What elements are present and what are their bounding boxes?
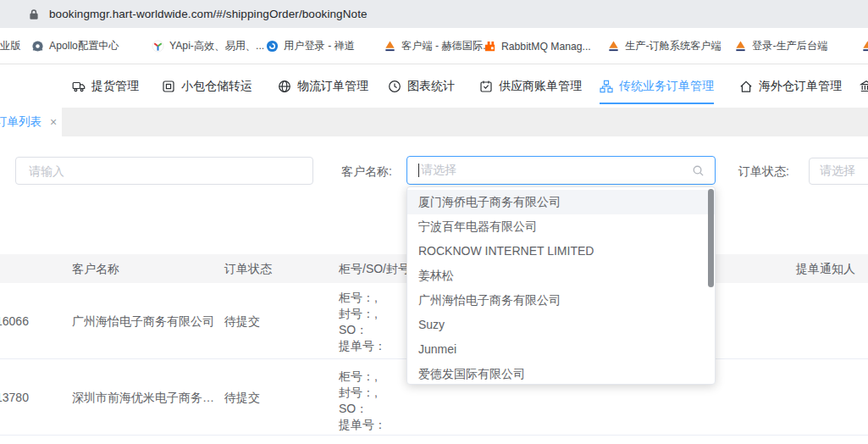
- nav-item-label: 图表统计: [407, 79, 455, 94]
- tab-label: 订单列表: [0, 114, 41, 130]
- container-no-line: 柜号：,: [339, 369, 386, 385]
- bookmark-item[interactable]: 登录-生产后台端: [733, 39, 827, 53]
- customer-name-label: 客户名称:: [341, 164, 392, 180]
- hart-favicon-icon: [383, 40, 396, 53]
- cell-customer: 广州海怡电子商务有限公司: [72, 314, 214, 330]
- so-line: SO：: [339, 322, 386, 338]
- search-icon: [692, 164, 705, 180]
- tab-order-list[interactable]: 订单列表 ×: [0, 108, 62, 136]
- bookmark-label: 生产-订舱系统客户端: [625, 39, 721, 53]
- cell-order-no: 13780: [0, 391, 29, 404]
- text-caret: [418, 164, 419, 177]
- bookmark-item[interactable]: Apollo配置中心: [30, 39, 119, 53]
- nav-item-label: 海外仓订单管理: [759, 79, 842, 94]
- app-window: bookingmgr.hart-worldwide.com/#/shipping…: [0, 0, 868, 444]
- dropdown-option[interactable]: Suzy: [407, 313, 715, 337]
- hart-favicon-icon: [860, 40, 868, 53]
- nav-item-chart-stats[interactable]: 图表统计: [388, 76, 455, 97]
- nav-item-parcel-warehouse[interactable]: 小包仓储转运: [162, 76, 252, 97]
- zentao-favicon-icon: [265, 40, 279, 53]
- cell-order-no: 16066: [0, 314, 29, 328]
- home-icon: [739, 80, 753, 93]
- bookmark-label: 用户登录 - 禅道: [284, 39, 355, 53]
- close-icon[interactable]: ×: [50, 116, 57, 128]
- nav-item-supplier-bills[interactable]: 供应商账单管理: [479, 76, 582, 97]
- orgchart-icon: [600, 80, 613, 93]
- order-status-select[interactable]: 请选择: [809, 158, 868, 185]
- nav-item-label: 物流订单管理: [297, 79, 368, 94]
- nav-item-logistics-orders[interactable]: 物流订单管理: [278, 76, 368, 97]
- hart-favicon-icon: [733, 40, 747, 53]
- bookmark-label: YApi-高效、易用、...: [169, 39, 264, 53]
- keyword-search-input[interactable]: [15, 157, 313, 185]
- header-status: 订单状态: [224, 262, 272, 277]
- lock-icon: [29, 8, 39, 20]
- clock-icon: [388, 80, 401, 93]
- cell-customer: 深圳市前海优米电子商务有...: [72, 391, 218, 406]
- bookmark-label: RabbitMQ Manag...: [501, 41, 591, 53]
- nav-item-overseas-warehouse[interactable]: 海外仓订单管理: [739, 76, 842, 97]
- dropdown-option[interactable]: Junmei: [407, 337, 715, 362]
- seal-no-line: 封号：,: [339, 385, 386, 401]
- customer-select-placeholder: 请选择: [421, 163, 456, 178]
- globe-icon: [278, 80, 291, 93]
- customer-select[interactable]: 请选择: [406, 156, 716, 185]
- cell-container-info: 柜号：, 封号：, SO： 提单号：: [339, 290, 386, 354]
- bookmark-item[interactable]: 用户登录 - 禅道: [265, 39, 355, 53]
- dropdown-option[interactable]: 厦门海侨电子商务有限公司: [407, 190, 715, 214]
- bookmark-label: 客户端 - 赫德国际...: [401, 39, 491, 53]
- package-icon: [162, 80, 175, 93]
- container-no-line: 柜号：,: [339, 290, 386, 306]
- bl-no-line: 提单号：: [339, 417, 386, 433]
- header-container: 柜号/SO/封号: [339, 262, 410, 277]
- nav-item-label: 小包仓储转运: [181, 79, 252, 94]
- cell-status: 待提交: [224, 391, 260, 406]
- browser-address-bar[interactable]: bookingmgr.hart-worldwide.com/#/shipping…: [0, 0, 868, 28]
- yapi-favicon-icon: [151, 40, 164, 53]
- dropdown-scrollbar[interactable]: [708, 189, 714, 287]
- nav-item-label: 提货管理: [91, 79, 139, 94]
- bookmark-item[interactable]: 业版: [0, 39, 20, 53]
- bookmarks-bar: 业版 Apollo配置中心 YApi-高效、易用、... 用户登录 - 禅道 客…: [0, 28, 868, 64]
- apollo-favicon-icon: [30, 40, 44, 53]
- nav-item-label: 供应商账单管理: [499, 79, 582, 94]
- status-select-placeholder: 请选择: [820, 164, 855, 179]
- nav-item-traditional-orders[interactable]: 传统业务订单管理: [600, 76, 714, 97]
- dropdown-option[interactable]: ROCKNOW INTERNET LIMITED: [407, 239, 715, 264]
- so-line: SO：: [339, 401, 386, 417]
- bill-icon: [479, 80, 493, 93]
- dropdown-option[interactable]: 爱德发国际有限公司: [407, 362, 715, 386]
- dropdown-option[interactable]: 姜林松: [407, 264, 715, 288]
- bookmark-label: 业版: [0, 39, 20, 53]
- truck-icon: [72, 80, 86, 93]
- nav-item-partial[interactable]: [860, 76, 868, 97]
- dropdown-option[interactable]: 广州海怡电子商务有限公司: [407, 288, 715, 313]
- cell-container-info: 柜号：, 封号：, SO： 提单号：: [339, 369, 386, 433]
- bookmark-item-partial[interactable]: [860, 39, 868, 53]
- bl-no-line: 提单号：: [339, 338, 386, 354]
- hart-favicon-icon: [606, 40, 620, 53]
- dropdown-option[interactable]: 宁波百年电器有限公司: [407, 214, 715, 239]
- url-text[interactable]: bookingmgr.hart-worldwide.com/#/shipping…: [49, 8, 368, 20]
- bookmark-label: Apollo配置中心: [49, 39, 119, 53]
- header-customer: 客户名称: [72, 262, 119, 277]
- bookmark-item[interactable]: 客户端 - 赫德国际...: [383, 39, 491, 53]
- rabbitmq-favicon-icon: [483, 40, 496, 53]
- cell-status: 待提交: [224, 314, 260, 330]
- nav-item-label: 传统业务订单管理: [619, 79, 714, 94]
- bookmark-item[interactable]: RabbitMQ Manag...: [483, 39, 591, 53]
- order-status-label: 订单状态:: [738, 164, 789, 180]
- customer-dropdown-panel: 厦门海侨电子商务有限公司 宁波百年电器有限公司 ROCKNOW INTERNET…: [406, 186, 716, 385]
- main-nav: 提货管理 小包仓储转运 物流订单管理 图表统计 供应商账单管理 传统业务订单管理…: [0, 64, 868, 108]
- bookmark-label: 登录-生产后台端: [752, 39, 827, 53]
- nav-item-pickup-mgmt[interactable]: 提货管理: [72, 76, 139, 97]
- bank-icon: [860, 80, 868, 93]
- header-notify: 提单通知人: [796, 262, 855, 277]
- page-tab-bar: 订单列表 ×: [0, 108, 868, 136]
- bookmark-item[interactable]: YApi-高效、易用、...: [151, 39, 264, 53]
- bookmark-item[interactable]: 生产-订舱系统客户端: [606, 39, 721, 53]
- seal-no-line: 封号：,: [339, 306, 386, 322]
